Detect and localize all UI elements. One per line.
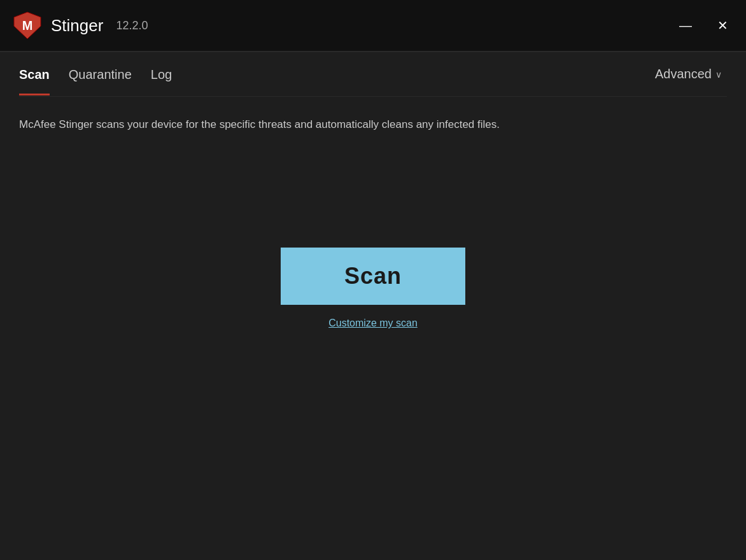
- mcafee-shield-icon: M: [13, 11, 42, 40]
- main-content: Scan Quarantine Log Advanced ∨ McAfee St…: [0, 52, 746, 329]
- app-version: 12.2.0: [116, 19, 148, 32]
- tab-scan[interactable]: Scan: [19, 53, 50, 95]
- tab-log[interactable]: Log: [151, 53, 172, 95]
- tab-quarantine[interactable]: Quarantine: [69, 53, 132, 95]
- scan-area: Scan Customize my scan: [19, 248, 727, 329]
- customize-scan-link[interactable]: Customize my scan: [328, 318, 418, 329]
- window-controls: — ✕: [674, 17, 733, 34]
- close-button[interactable]: ✕: [712, 17, 733, 34]
- advanced-dropdown-button[interactable]: Advanced ∨: [650, 64, 727, 84]
- scan-description: McAfee Stinger scans your device for the…: [19, 116, 656, 133]
- advanced-label: Advanced: [655, 67, 712, 81]
- tab-items: Scan Quarantine Log: [19, 53, 650, 95]
- svg-text:M: M: [22, 18, 33, 32]
- app-name: Stinger: [51, 16, 103, 36]
- scan-button[interactable]: Scan: [281, 248, 465, 305]
- app-logo: M Stinger 12.2.0: [13, 11, 674, 40]
- minimize-button[interactable]: —: [674, 17, 697, 34]
- chevron-down-icon: ∨: [715, 69, 722, 80]
- title-bar: M Stinger 12.2.0 — ✕: [0, 0, 746, 51]
- tab-bar: Scan Quarantine Log Advanced ∨: [19, 52, 727, 97]
